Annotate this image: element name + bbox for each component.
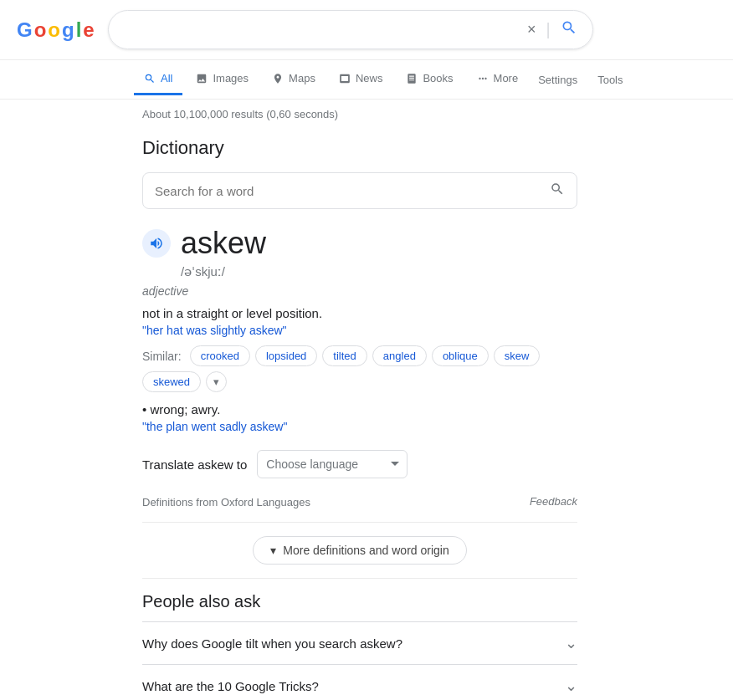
settings-link[interactable]: Settings	[531, 65, 584, 95]
images-icon	[196, 73, 208, 84]
expand-similar-button[interactable]: ▾	[206, 371, 227, 392]
similar-tag-lopsided[interactable]: lopsided	[255, 345, 317, 366]
def-example-2: "the plan went sadly askew"	[142, 420, 577, 433]
more-defs-label: More definitions and word origin	[283, 544, 449, 557]
similar-tag-tilted[interactable]: tilted	[322, 345, 366, 366]
logo-e: e	[83, 18, 94, 42]
search-bar: askew × |	[108, 10, 593, 49]
more-definitions-button[interactable]: ▾ More definitions and word origin	[253, 536, 466, 565]
similar-label: Similar:	[142, 350, 182, 363]
clear-button[interactable]: ×	[525, 19, 538, 40]
paa-question-0: Why does Google tilt when you search ask…	[142, 636, 402, 651]
speaker-button[interactable]	[142, 229, 171, 258]
tab-news[interactable]: News	[329, 64, 393, 95]
tab-maps[interactable]: Maps	[262, 64, 325, 95]
maps-icon	[272, 73, 284, 84]
tools-link[interactable]: Tools	[591, 65, 629, 95]
word-title: askew	[181, 226, 266, 261]
search-button[interactable]	[559, 18, 579, 42]
search-icon	[561, 19, 577, 36]
speaker-icon	[149, 236, 164, 251]
tab-images-label: Images	[213, 72, 249, 84]
results-count: About 10,100,000 results (0,60 seconds)	[142, 108, 577, 120]
similar-tag-oblique[interactable]: oblique	[432, 345, 489, 366]
search-bar-icons: × |	[525, 18, 579, 42]
search-input[interactable]: askew	[122, 23, 519, 38]
more-icon	[477, 73, 489, 84]
dictionary-search-icon	[550, 181, 565, 200]
logo-g: G	[17, 18, 33, 42]
translate-label: Translate askew to	[142, 457, 247, 472]
def-text-1: not in a straight or level position.	[142, 306, 577, 320]
divider-top	[142, 522, 577, 523]
definition-1: not in a straight or level position. "he…	[142, 306, 577, 337]
dictionary-search-input[interactable]	[155, 184, 550, 198]
translate-row: Translate askew to Choose language	[142, 450, 577, 478]
dictionary-card: Dictionary askew /əˈskjuː/ adjective not…	[142, 137, 577, 579]
feedback-link[interactable]: Feedback	[530, 495, 577, 508]
main-content: About 10,100,000 results (0,60 seconds) …	[0, 100, 720, 700]
dictionary-search-box	[142, 172, 577, 209]
tab-all-label: All	[161, 72, 172, 84]
logo-o1: o	[34, 18, 47, 42]
paa-item-1[interactable]: What are the 10 Google Tricks? ⌄	[142, 664, 577, 700]
google-logo[interactable]: Google	[17, 18, 95, 42]
people-also-ask-section: People also ask Why does Google tilt whe…	[142, 592, 577, 700]
nav-right: Settings Tools	[531, 65, 629, 95]
tab-maps-label: Maps	[289, 72, 315, 84]
logo-o2: o	[48, 18, 60, 42]
tab-books[interactable]: Books	[396, 64, 463, 95]
word-phonetic: /əˈskjuː/	[181, 264, 577, 279]
tab-images[interactable]: Images	[186, 64, 259, 95]
tab-books-label: Books	[423, 72, 453, 84]
logo-l: l	[76, 18, 82, 42]
def-example-1: "her hat was slightly askew"	[142, 324, 577, 337]
paa-item-0[interactable]: Why does Google tilt when you search ask…	[142, 621, 577, 664]
similar-row: Similar: crooked lopsided tilted angled …	[142, 345, 577, 392]
paa-title: People also ask	[142, 592, 577, 611]
books-icon	[406, 73, 418, 84]
similar-tag-crooked[interactable]: crooked	[190, 345, 250, 366]
word-pos: adjective	[142, 284, 577, 298]
logo-g2: g	[62, 18, 74, 42]
nav-tabs: All Images Maps News Books More Settings…	[0, 60, 733, 100]
dictionary-title: Dictionary	[142, 137, 577, 159]
chevron-down-icon-0: ⌄	[565, 634, 577, 652]
paa-question-1: What are the 10 Google Tricks?	[142, 679, 319, 693]
translate-language-select[interactable]: Choose language	[257, 450, 408, 478]
definition-2: • wrong; awry. "the plan went sadly aske…	[142, 402, 577, 433]
definitions-footer: Feedback Definitions from Oxford Languag…	[142, 495, 577, 508]
tab-all[interactable]: All	[134, 64, 182, 95]
tab-more-label: More	[494, 72, 519, 84]
divider-line: |	[546, 20, 551, 39]
chevron-down-icon-1: ⌄	[565, 677, 577, 695]
similar-tag-angled[interactable]: angled	[372, 345, 427, 366]
definitions-source: Definitions from Oxford Languages	[142, 496, 310, 508]
similar-tag-skewed[interactable]: skewed	[142, 371, 201, 392]
divider-bottom	[142, 578, 577, 579]
more-defs-icon: ▾	[270, 544, 276, 557]
tab-more[interactable]: More	[467, 64, 529, 95]
def-bullet-2: • wrong; awry.	[142, 402, 577, 416]
header: Google askew × |	[0, 0, 733, 60]
word-header: askew	[142, 226, 577, 261]
all-icon	[144, 73, 156, 84]
tab-news-label: News	[356, 72, 383, 84]
similar-tag-skew[interactable]: skew	[494, 345, 541, 366]
news-icon	[339, 73, 351, 84]
